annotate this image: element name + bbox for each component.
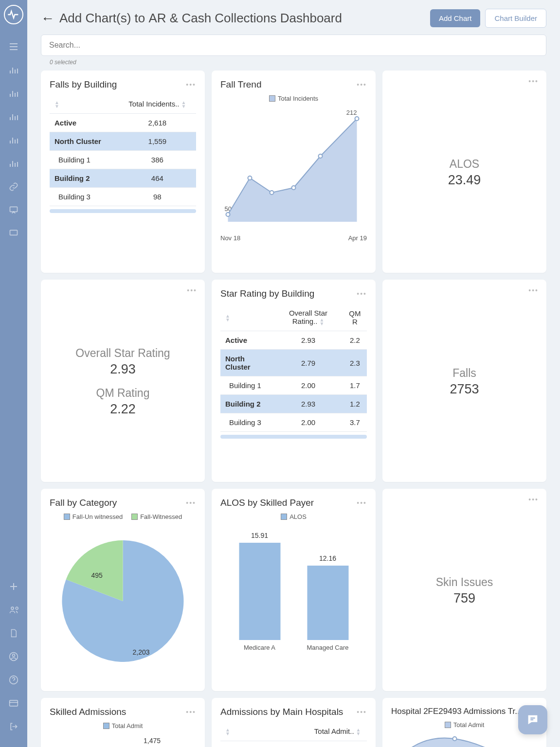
chart-4-icon[interactable] [8, 134, 19, 146]
more-icon[interactable]: ••• [357, 499, 367, 507]
users-icon[interactable] [8, 604, 19, 616]
chart-3-icon[interactable] [8, 111, 19, 123]
main-content: ← Add Chart(s) to AR & Cash Collections … [27, 0, 560, 747]
svg-point-4 [13, 654, 15, 657]
svg-text:2,203: 2,203 [133, 648, 150, 656]
add-chart-button[interactable]: Add Chart [430, 9, 481, 27]
svg-point-2 [11, 607, 14, 609]
document-icon[interactable] [8, 627, 19, 639]
card-falls-by-building[interactable]: Falls by Building••• ▲▼ Total Incidents.… [41, 71, 205, 273]
logout-icon[interactable] [8, 721, 19, 732]
chat-icon [526, 713, 540, 727]
more-icon[interactable]: ••• [186, 81, 196, 89]
svg-text:12.16: 12.16 [319, 554, 336, 562]
plus-icon[interactable] [8, 581, 19, 592]
selected-count-label: 0 selected [50, 59, 546, 66]
report-icon[interactable] [8, 228, 19, 239]
link-icon[interactable] [8, 181, 19, 193]
card-alos-kpi[interactable]: ••• ALOS23.49 [382, 71, 546, 273]
table-row[interactable]: Building 12.001.7 [220, 376, 367, 395]
table-row[interactable]: Building 32.003.7 [220, 413, 367, 432]
hospital-table: ▲▼ Total Admit..▲▼ Hospital: 2FE2949382H… [220, 722, 367, 747]
svg-rect-18 [239, 543, 281, 640]
account-icon[interactable] [8, 651, 19, 662]
more-icon[interactable]: ••• [187, 286, 197, 294]
card-alos-by-payer[interactable]: ALOS by Skilled Payer••• ALOS 15.91 12.1… [212, 489, 376, 691]
table-row[interactable]: Building 2464 [50, 169, 196, 188]
table-row[interactable]: Building 22.931.2 [220, 395, 367, 413]
col-total-incidents[interactable]: Total Incidents..▲▼ [119, 95, 196, 114]
svg-rect-20 [307, 566, 349, 640]
falls-table: ▲▼ Total Incidents..▲▼ Active2,618North … [50, 95, 196, 206]
presentation-icon[interactable] [8, 204, 19, 216]
svg-text:15.91: 15.91 [251, 532, 268, 539]
more-icon[interactable]: ••• [186, 499, 196, 507]
chart-1-icon[interactable] [8, 64, 19, 76]
card-admissions-by-hospital[interactable]: Admissions by Main Hospitals••• ▲▼ Total… [212, 698, 376, 747]
hamburger-icon[interactable] [8, 41, 19, 53]
back-arrow-icon[interactable]: ← [41, 11, 54, 26]
app-logo-icon[interactable] [4, 5, 23, 24]
fall-trend-chart: 212 50 [220, 105, 367, 231]
svg-text:Managed Care: Managed Care [307, 644, 349, 651]
hospital-trend-chart [391, 731, 538, 747]
svg-point-14 [355, 117, 359, 121]
more-icon[interactable]: ••• [186, 708, 196, 716]
more-icon[interactable]: ••• [357, 708, 367, 716]
more-icon[interactable]: ••• [528, 77, 539, 85]
top-bar: ← Add Chart(s) to AR & Cash Collections … [41, 9, 546, 28]
chat-fab-button[interactable] [518, 705, 547, 734]
svg-rect-0 [10, 207, 18, 212]
svg-point-12 [292, 186, 296, 190]
card-icon[interactable] [8, 697, 19, 709]
table-row[interactable]: Active2,618 [50, 114, 196, 132]
chart-builder-button[interactable]: Chart Builder [485, 9, 546, 28]
h-scrollbar[interactable] [220, 435, 367, 439]
svg-point-9 [226, 213, 230, 216]
svg-text:495: 495 [91, 571, 103, 579]
svg-point-10 [248, 176, 252, 180]
chart-5-icon[interactable] [8, 158, 19, 169]
table-row[interactable]: North Cluster2.792.3 [220, 350, 367, 376]
fall-category-pie: 495 2,203 [50, 523, 196, 669]
svg-text:212: 212 [346, 109, 357, 116]
card-skin-issues-kpi[interactable]: ••• Skin Issues759 [382, 489, 546, 691]
page-title: Add Chart(s) to AR & Cash Collections Da… [59, 11, 342, 26]
card-skilled-admissions[interactable]: Skilled Admissions••• Total Admit 1,475 [41, 698, 205, 747]
search-input[interactable] [41, 35, 546, 56]
table-row[interactable]: North Cluster1,559 [50, 132, 196, 151]
card-falls-kpi[interactable]: ••• Falls2753 [382, 280, 546, 482]
svg-rect-1 [10, 230, 18, 235]
more-icon[interactable]: ••• [357, 81, 367, 89]
h-scrollbar[interactable] [50, 209, 196, 213]
help-icon[interactable] [8, 674, 19, 686]
card-overall-star-kpi[interactable]: ••• Overall Star Rating2.93 QM Rating2.2… [41, 280, 205, 482]
card-fall-by-category[interactable]: Fall by Category••• Fall-Un witnessed Fa… [41, 489, 205, 691]
svg-text:1,475: 1,475 [144, 737, 161, 745]
svg-point-25 [453, 737, 457, 741]
more-icon[interactable]: ••• [357, 290, 367, 298]
card-fall-trend[interactable]: Fall Trend••• Total Incidents 212 50 Nov… [212, 71, 376, 273]
svg-text:Medicare A: Medicare A [244, 644, 275, 651]
star-table: ▲▼ Overall Star Rating..▲▼ QM R Active2.… [220, 304, 367, 432]
more-icon[interactable]: ••• [528, 286, 539, 294]
card-star-by-building[interactable]: Star Rating by Building••• ▲▼ Overall St… [212, 280, 376, 482]
skilled-adm-bar: 1,475 [50, 732, 196, 747]
sidebar [0, 0, 27, 747]
table-row[interactable]: Active2.932.2 [220, 331, 367, 350]
svg-rect-6 [10, 700, 18, 706]
card-title: Falls by Building [50, 79, 117, 90]
alos-payer-bar: 15.91 12.16 Medicare A Managed Care [220, 523, 367, 659]
svg-point-11 [270, 191, 274, 195]
more-icon[interactable]: ••• [528, 496, 539, 503]
chart-2-icon[interactable] [8, 88, 19, 99]
table-row[interactable]: Building 398 [50, 188, 196, 206]
svg-point-13 [319, 154, 323, 158]
table-row[interactable]: Hospital: 2FE2949382 [220, 741, 367, 747]
table-row[interactable]: Building 1386 [50, 151, 196, 169]
card-grid: Falls by Building••• ▲▼ Total Incidents.… [41, 71, 546, 747]
